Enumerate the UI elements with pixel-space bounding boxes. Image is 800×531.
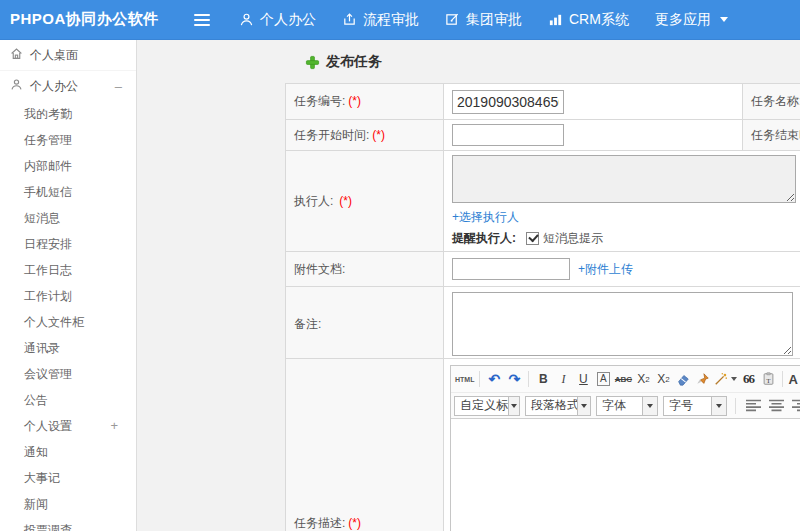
choose-executor-link[interactable]: +选择执行人 <box>452 210 519 224</box>
nav-item-workflow-approval[interactable]: 流程审批 <box>329 0 432 40</box>
undo-icon[interactable]: ↶ <box>485 369 503 389</box>
sidebar-item-notice[interactable]: 通知 <box>0 439 136 465</box>
sms-remind-checkbox[interactable] <box>526 232 539 245</box>
task-number-input[interactable] <box>452 90 564 114</box>
required-mark: (*) <box>372 128 385 142</box>
user-icon <box>10 78 23 94</box>
align-right-icon[interactable] <box>790 396 800 416</box>
remark-textarea[interactable] <box>452 292 793 356</box>
superscript-button[interactable]: X2 <box>634 369 652 389</box>
redo-icon[interactable]: ↷ <box>505 369 523 389</box>
user-icon <box>239 12 254 27</box>
italic-button[interactable]: I <box>554 369 572 389</box>
nav-item-crm-system[interactable]: CRM系统 <box>535 0 642 40</box>
attachment-input[interactable] <box>452 258 570 280</box>
sidebar: 个人桌面 个人办公 – 我的考勤 任务管理 内部邮件 手机短信 短消息 日程安排… <box>0 40 137 531</box>
sidebar-item-work-plan[interactable]: 工作计划 <box>0 283 136 309</box>
sidebar-item-task-management[interactable]: 任务管理 <box>0 127 136 153</box>
required-mark: (*) <box>348 516 361 530</box>
sidebar-item-my-attendance[interactable]: 我的考勤 <box>0 101 136 127</box>
caret-down-icon <box>720 17 728 22</box>
executor-textarea[interactable] <box>452 155 796 203</box>
sidebar-item-desktop[interactable]: 个人桌面 <box>0 40 136 71</box>
sidebar-item-meeting-management[interactable]: 会议管理 <box>0 361 136 387</box>
flow-icon <box>342 12 357 27</box>
task-name-label: 任务名称:(*) <box>743 84 800 120</box>
editor-toolbar-row2: 自定义标题 段落格式 字体 字号 <box>451 393 800 419</box>
table-row: 执行人:(*) +选择执行人 提醒执行人: 短消息提示 <box>286 151 800 252</box>
sidebar-item-personal-files[interactable]: 个人文件柜 <box>0 309 136 335</box>
table-row: 备注: <box>286 287 800 362</box>
sidebar-item-schedule[interactable]: 日程安排 <box>0 231 136 257</box>
font-color-button[interactable]: A <box>788 369 800 389</box>
start-time-label: 任务开始时间:(*) <box>286 120 444 151</box>
table-row: 附件文档: +附件上传 <box>286 252 800 287</box>
top-navbar: PHPOA协同办公软件 个人办公 流程审批 集团审批 <box>0 0 800 40</box>
chevron-down-icon <box>711 397 726 415</box>
align-center-icon[interactable] <box>767 396 785 416</box>
remark-label: 备注: <box>286 287 444 362</box>
home-icon <box>10 47 23 63</box>
autotypeset-wand-icon[interactable] <box>714 369 737 389</box>
blockquote-button[interactable]: 66 <box>739 369 757 389</box>
chevron-down-icon <box>642 397 657 415</box>
align-left-icon[interactable] <box>744 396 762 416</box>
task-number-label: 任务编号:(*) <box>286 84 444 120</box>
sidebar-item-vote-survey[interactable]: 投票调查 <box>0 517 136 531</box>
chevron-down-icon <box>577 397 590 415</box>
remind-executor-label: 提醒执行人: <box>452 230 516 247</box>
app-logo: PHPOA协同办公软件 <box>10 10 162 29</box>
paragraph-format-select[interactable]: 段落格式 <box>525 396 591 416</box>
nav-item-more-apps[interactable]: 更多应用 <box>642 0 741 40</box>
sidebar-item-memorabilia[interactable]: 大事记 <box>0 465 136 491</box>
eraser-icon[interactable] <box>674 369 692 389</box>
char-border-button[interactable]: A <box>594 369 612 389</box>
custom-title-select[interactable]: 自定义标题 <box>454 396 520 416</box>
attachment-label: 附件文档: <box>286 252 444 287</box>
sidebar-item-personal-settings[interactable]: 个人设置 + <box>0 413 136 439</box>
main-content: 发布任务 任务编号:(*) 任务名称:(*) 任务开始时间:(*) 任务结束时间… <box>138 40 800 531</box>
strikethrough-button[interactable]: ABC <box>614 369 632 389</box>
editor-toolbar-row1: HTML ↶ ↷ B I U A ABC X2 X2 <box>451 366 800 393</box>
table-row: 任务开始时间:(*) 任务结束时间:(*) <box>286 120 800 151</box>
sidebar-submenu: 我的考勤 任务管理 内部邮件 手机短信 短消息 日程安排 工作日志 工作计划 个… <box>0 101 136 531</box>
required-mark: (*) <box>348 94 361 108</box>
paste-icon[interactable]: T <box>759 369 777 389</box>
sidebar-item-mobile-sms[interactable]: 手机短信 <box>0 179 136 205</box>
nav-item-group-approval[interactable]: 集团审批 <box>432 0 535 40</box>
html-source-button[interactable]: HTML <box>455 369 474 389</box>
format-brush-icon[interactable] <box>694 369 712 389</box>
subscript-button[interactable]: X2 <box>654 369 672 389</box>
sidebar-item-work-diary[interactable]: 工作日志 <box>0 257 136 283</box>
underline-button[interactable]: U <box>574 369 592 389</box>
chart-icon <box>548 12 563 27</box>
sidebar-item-contacts[interactable]: 通讯录 <box>0 335 136 361</box>
executor-label: 执行人:(*) <box>286 151 444 252</box>
task-description-label: 任务描述:(*) <box>286 359 444 531</box>
task-description-table: 任务描述:(*) HTML ↶ ↷ B I U A ABC X2 <box>285 358 800 531</box>
rich-text-editor: HTML ↶ ↷ B I U A ABC X2 X2 <box>450 365 800 531</box>
sidebar-item-news[interactable]: 新闻 <box>0 491 136 517</box>
table-row: 任务编号:(*) 任务名称:(*) <box>286 84 800 120</box>
attachment-upload-link[interactable]: +附件上传 <box>578 261 633 278</box>
sidebar-item-short-message[interactable]: 短消息 <box>0 205 136 231</box>
sidebar-group-personal-office[interactable]: 个人办公 – <box>0 71 136 101</box>
bold-button[interactable]: B <box>534 369 552 389</box>
edit-icon <box>445 12 460 27</box>
editor-content-area[interactable] <box>451 419 800 531</box>
font-size-select[interactable]: 字号 <box>663 396 727 416</box>
collapse-minus-icon[interactable]: – <box>115 79 122 94</box>
add-icon <box>305 55 320 70</box>
sms-remind-option-label: 短消息提示 <box>543 230 603 247</box>
svg-text:T: T <box>766 377 771 385</box>
start-time-input[interactable] <box>452 124 564 146</box>
nav-menu: 个人办公 流程审批 集团审批 CRM系统 更多应用 <box>226 0 741 40</box>
font-family-select[interactable]: 字体 <box>596 396 658 416</box>
task-form-table: 任务编号:(*) 任务名称:(*) 任务开始时间:(*) 任务结束时间:(*) … <box>285 83 800 362</box>
expand-plus-icon[interactable]: + <box>110 413 118 439</box>
sidebar-item-internal-mail[interactable]: 内部邮件 <box>0 153 136 179</box>
sidebar-item-announcement[interactable]: 公告 <box>0 387 136 413</box>
nav-item-personal-office[interactable]: 个人办公 <box>226 0 329 40</box>
hamburger-menu-icon[interactable] <box>194 14 210 26</box>
end-time-label: 任务结束时间:(*) <box>743 120 800 151</box>
